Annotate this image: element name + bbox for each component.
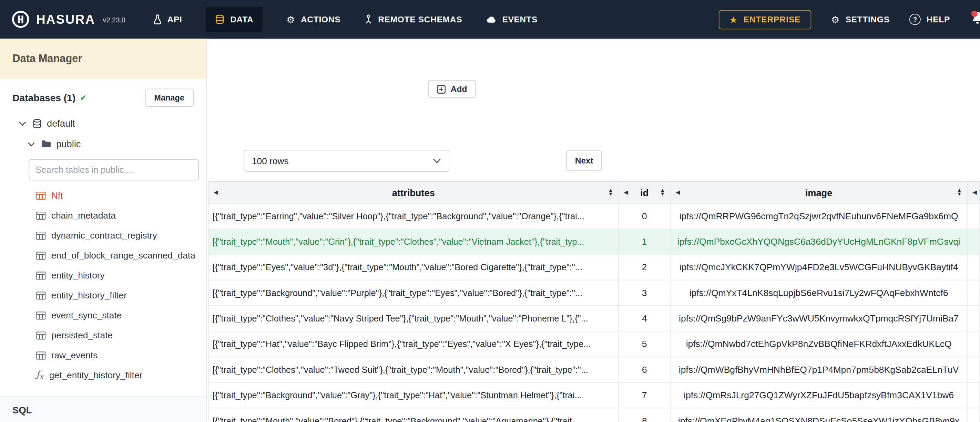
nav-actions[interactable]: ⚙ ACTIONS [287, 15, 341, 24]
sidebar-table-dynamic_contract_registry[interactable]: dynamic_contract_registry [0, 225, 207, 246]
sort-icon[interactable]: ▲▼ [957, 189, 962, 196]
table-icon [36, 271, 46, 279]
cell-attributes: [{"trait_type":"Earring","value":"Silver… [208, 203, 619, 229]
table-icon [36, 351, 46, 359]
collapse-column-icon[interactable]: ◀ [972, 189, 977, 195]
cell-attributes: [{"trait_type":"Clothes","value":"Tweed … [208, 357, 619, 382]
anchor-icon [364, 14, 372, 24]
cell-id: 7 [619, 383, 671, 408]
database-icon [215, 14, 225, 24]
sidebar-table-nft[interactable]: Nft [0, 186, 207, 206]
check-icon: ✔ [80, 93, 87, 102]
cell-image: ipfs://QmWBgfBhyVmHNhBfEQ7p1P4Mpn7pm5b8K… [671, 357, 967, 382]
cell-partial [967, 255, 980, 280]
cloud-icon [486, 15, 496, 24]
manage-button[interactable]: Manage [145, 89, 194, 107]
version-label: v2.23.0 [103, 16, 125, 24]
sidebar-table-entity_history[interactable]: entity_history [0, 265, 207, 286]
table-icon [36, 291, 46, 300]
table-row[interactable]: [{"trait_type":"Background","value":"Pur… [208, 280, 980, 306]
table-label: end_of_block_range_scanned_data [51, 250, 196, 260]
table-search-input[interactable] [29, 159, 199, 181]
notification-dot [971, 11, 978, 17]
cell-image: ipfs://QmPbxeGcXhYQQNgsC6a36dDyYUcHgMLnG… [671, 229, 967, 255]
nav-settings[interactable]: ⚙ SETTINGS [831, 15, 890, 24]
cell-partial [967, 332, 980, 357]
table-row[interactable]: [{"trait_type":"Clothes","value":"Tweed … [208, 357, 980, 382]
nav-events[interactable]: EVENTS [486, 15, 537, 24]
function-label: get_entity_history_filter [49, 370, 142, 380]
question-circle-icon: ? [910, 14, 921, 25]
star-icon: ★ [729, 15, 738, 24]
table-icon [36, 331, 46, 340]
databases-label: Databases (1) ✔ [13, 92, 86, 104]
sort-icon[interactable]: ▲▼ [608, 189, 613, 196]
column-header-image[interactable]: ◀ image ▲▼ [671, 181, 967, 203]
sidebar-table-raw_events[interactable]: raw_events [0, 345, 207, 365]
chevron-down-icon [19, 121, 26, 126]
cell-id: 0 [619, 203, 671, 229]
cell-id: 1 [619, 229, 671, 255]
cell-id: 2 [619, 255, 671, 280]
nav-data[interactable]: DATA [206, 7, 262, 32]
table-row[interactable]: [{"trait_type":"Eyes","value":"3d"},{"tr… [208, 255, 980, 280]
sidebar-table-chain_metadata[interactable]: chain_metadata [0, 206, 207, 225]
table-row[interactable]: [{"trait_type":"Mouth","value":"Grin"},{… [208, 229, 980, 255]
sidebar-table-event_sync_state[interactable]: event_sync_state [0, 305, 207, 325]
flask-icon [153, 14, 162, 24]
table-row[interactable]: [{"trait_type":"Mouth","value":"Bored"},… [208, 408, 980, 422]
sort-icon[interactable]: ▲▼ [660, 189, 665, 196]
collapse-column-icon[interactable]: ◀ [214, 189, 218, 195]
sidebar-table-entity_history_filter[interactable]: entity_history_filter [0, 286, 207, 305]
table-row[interactable]: [{"trait_type":"Hat","value":"Bayc Flipp… [208, 332, 980, 357]
tree-node-public[interactable]: public [0, 133, 207, 154]
sidebar-sql-section[interactable]: SQL [0, 397, 207, 422]
table-label: chain_metadata [51, 210, 116, 220]
collapse-column-icon[interactable]: ◀ [676, 189, 680, 195]
table-row[interactable]: [{"trait_type":"Clothes","value":"Navy S… [208, 306, 980, 332]
data-table: ◀ attributes ▲▼ ◀ id ▲▼ ◀ image ▲▼ [208, 181, 980, 422]
brand[interactable]: HASURA v2.23.0 [11, 10, 126, 29]
sidebar-table-persisted_state[interactable]: persisted_state [0, 325, 207, 345]
bell-icon[interactable] [970, 10, 980, 29]
nav-api[interactable]: API [153, 14, 182, 24]
table-label: event_sync_state [51, 310, 122, 320]
table-label: entity_history [51, 270, 105, 280]
table-icon [36, 211, 46, 220]
hasura-console: HASURA v2.23.0 API DATA ⚙ ACTIONS [0, 0, 980, 422]
cell-partial [967, 229, 980, 255]
nav-right: ★ ENTERPRISE ⚙ SETTINGS ? HELP [719, 10, 980, 29]
cell-partial [967, 280, 980, 306]
column-header-attributes[interactable]: ◀ attributes ▲▼ [208, 181, 619, 203]
hasura-logo-icon [11, 10, 30, 29]
cell-partial [967, 408, 980, 422]
table-list: Nftchain_metadatadynamic_contract_regist… [0, 186, 207, 385]
next-page-button[interactable]: Next [566, 151, 602, 171]
nav-help[interactable]: ? HELP [910, 14, 950, 25]
function-icon: ƒx [36, 369, 43, 381]
add-row-button[interactable]: Add [428, 80, 476, 98]
cell-id: 3 [619, 280, 671, 306]
pagination-controls: 100 rows Next [243, 150, 602, 171]
enterprise-button[interactable]: ★ ENTERPRISE [719, 10, 811, 29]
column-header-id[interactable]: ◀ id ▲▼ [619, 181, 671, 203]
column-header-partial[interactable]: ◀ [967, 181, 980, 203]
cell-id: 5 [619, 332, 671, 357]
cell-attributes: [{"trait_type":"Mouth","value":"Grin"},{… [208, 229, 619, 255]
cell-partial [967, 357, 980, 382]
cell-image: ipfs://QmcJYkCKK7QPmYWjp4FD2e3Lv5WCGFuHN… [671, 255, 967, 280]
cell-image: ipfs://QmRsJLrg27GQ1ZWyrXZFuJFdU5bapfzsy… [671, 383, 967, 408]
cell-attributes: [{"trait_type":"Background","value":"Pur… [208, 280, 619, 306]
collapse-column-icon[interactable]: ◀ [624, 189, 628, 195]
nav-remote-schemas[interactable]: REMOTE SCHEMAS [364, 14, 462, 24]
table-row[interactable]: [{"trait_type":"Background","value":"Gra… [208, 383, 980, 408]
tree-node-default[interactable]: default [0, 113, 207, 133]
folder-icon [41, 140, 51, 148]
table-header: ◀ attributes ▲▼ ◀ id ▲▼ ◀ image ▲▼ [208, 181, 980, 203]
sidebar-function-get_entity_history_filter[interactable]: ƒxget_entity_history_filter [0, 365, 207, 385]
sidebar-table-end_of_block_range_scanned_data[interactable]: end_of_block_range_scanned_data [0, 246, 207, 265]
page-size-select[interactable]: 100 rows [243, 150, 449, 171]
data-sidebar: Data Manager Databases (1) ✔ Manage [0, 38, 207, 422]
cell-attributes: [{"trait_type":"Mouth","value":"Bored"},… [208, 408, 619, 422]
table-row[interactable]: [{"trait_type":"Earring","value":"Silver… [208, 203, 980, 229]
